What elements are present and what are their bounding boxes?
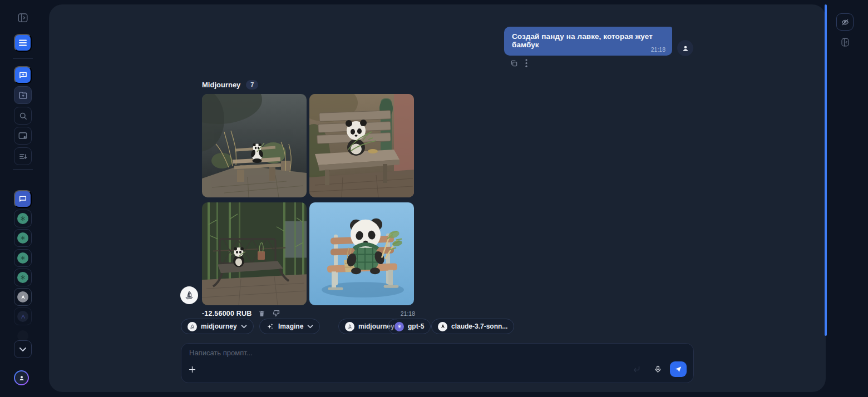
openai-logo-icon <box>17 232 28 244</box>
message-avatar <box>677 40 693 56</box>
midjourney-logo-icon <box>188 322 197 331</box>
model-chip-claude[interactable]: claude-3.7-sonn... <box>431 319 514 334</box>
user-message-text: Создай панду на лавке, которая жует бамб… <box>512 32 664 49</box>
response-count-badge: 7 <box>246 80 258 90</box>
generation-cost: -12.56000 RUB <box>202 310 251 317</box>
attach-plus-icon[interactable] <box>188 365 196 374</box>
model-logo-icon <box>17 311 28 322</box>
sidebar-divider <box>13 169 33 170</box>
chevron-down-icon <box>307 325 313 329</box>
midjourney-logo-icon <box>345 322 354 331</box>
chevron-down-icon[interactable] <box>14 340 32 358</box>
user-message-bubble: Создай панду на лавке, которая жует бамб… <box>504 27 672 56</box>
sparkles-icon <box>266 322 274 331</box>
openai-logo-icon <box>17 272 28 283</box>
openai-avatar[interactable] <box>14 210 32 227</box>
paper-plane-icon <box>674 365 682 373</box>
openai-avatar[interactable] <box>14 249 32 267</box>
menu-icon[interactable] <box>14 34 32 52</box>
model-chip-midjourney[interactable]: midjourney <box>181 319 254 334</box>
send-button[interactable] <box>670 361 687 377</box>
anthropic-logo-icon <box>17 291 28 302</box>
thumbs-down-icon[interactable] <box>272 309 280 317</box>
generated-image-2[interactable] <box>309 94 414 197</box>
input-controls <box>181 360 693 378</box>
generated-image-1[interactable] <box>202 94 307 197</box>
generated-images-grid <box>202 94 414 305</box>
openai-logo-icon <box>17 252 28 264</box>
search-icon[interactable] <box>14 107 32 125</box>
openai-logo-icon <box>394 322 404 331</box>
new-chat-icon[interactable] <box>14 66 32 84</box>
person-icon <box>682 44 689 52</box>
response-model-name: Midjourney <box>202 81 240 89</box>
chat-panel: Создай панду на лавке, которая жует бамб… <box>49 4 826 392</box>
chat-bubble-icon[interactable] <box>14 190 32 208</box>
anthropic-avatar[interactable] <box>14 288 32 306</box>
generated-image-3[interactable] <box>202 202 307 305</box>
message-actions <box>510 59 527 67</box>
add-folder-icon[interactable] <box>14 86 32 104</box>
response-header: Midjourney 7 <box>202 80 258 90</box>
generated-image-4[interactable] <box>309 202 414 305</box>
sort-list-icon[interactable] <box>14 147 32 165</box>
mic-icon[interactable] <box>654 364 662 374</box>
more-options-icon[interactable] <box>525 59 527 67</box>
panel-collapse-icon[interactable] <box>839 36 851 49</box>
response-meta-row: -12.56000 RUB 21:18 <box>202 309 415 317</box>
openai-logo-icon <box>17 213 28 224</box>
openai-avatar[interactable] <box>14 269 32 286</box>
return-key-icon[interactable] <box>632 364 642 374</box>
model-chip-gpt5[interactable]: gpt-5 <box>388 319 431 334</box>
model-avatar-dim[interactable] <box>14 307 32 325</box>
chevron-down-icon <box>241 325 247 329</box>
scrollbar[interactable] <box>825 4 827 336</box>
panel-toggle-icon[interactable] <box>14 9 32 27</box>
prompt-input-bar <box>181 343 694 383</box>
media-settings-icon[interactable] <box>14 127 32 145</box>
openai-avatar[interactable] <box>14 229 32 247</box>
delete-icon[interactable] <box>258 310 265 317</box>
anthropic-logo-icon <box>438 322 447 331</box>
copy-icon[interactable] <box>510 59 518 67</box>
midjourney-logo-icon <box>180 286 198 304</box>
user-avatar[interactable] <box>14 370 29 385</box>
response-time: 21:18 <box>401 310 415 317</box>
eye-off-icon[interactable] <box>836 13 854 31</box>
mode-chip-imagine[interactable]: Imagine <box>259 319 320 334</box>
person-icon <box>15 371 28 384</box>
user-message-time: 21:18 <box>651 46 665 53</box>
sidebar-divider <box>13 58 33 59</box>
sidebar <box>0 0 49 397</box>
